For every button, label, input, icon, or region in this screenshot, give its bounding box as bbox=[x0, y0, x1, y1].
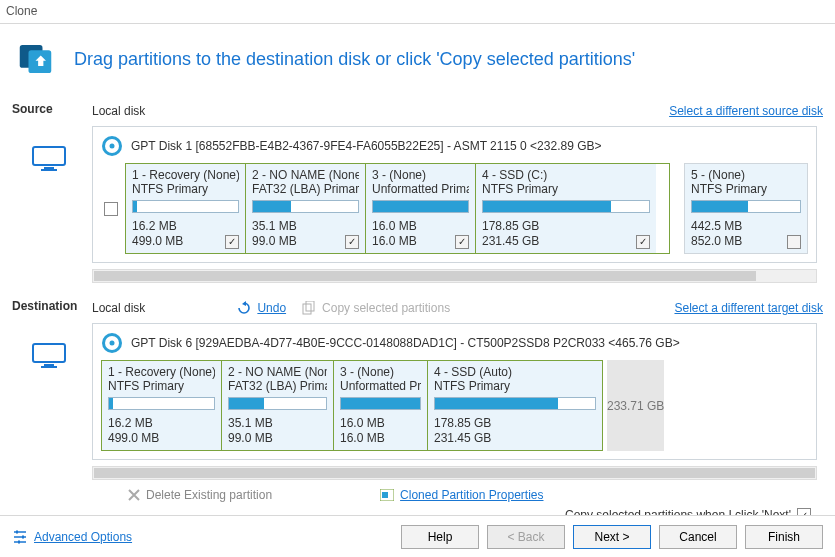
title-bar: Clone bbox=[0, 0, 835, 24]
svg-rect-12 bbox=[41, 366, 57, 368]
usage-bar bbox=[340, 397, 421, 410]
partition-title: 2 - NO NAME (None) bbox=[228, 365, 327, 379]
partition-block[interactable]: 3 - (None) Unformatted Primary 16.0 MB 1… bbox=[334, 361, 428, 450]
select-different-target-link[interactable]: Select a different target disk bbox=[674, 301, 823, 315]
partition-total: 852.0 MB bbox=[691, 234, 742, 249]
partition-type: Unformatted Primary bbox=[372, 182, 469, 196]
copy-selected-action: Copy selected partitions bbox=[302, 301, 450, 315]
destination-location: Local disk bbox=[92, 301, 145, 315]
destination-disk-title: GPT Disk 6 [929AEDBA-4D77-4B0E-9CCC-0148… bbox=[131, 336, 680, 350]
partition-type: FAT32 (LBA) Primary bbox=[228, 379, 327, 393]
svg-rect-11 bbox=[44, 364, 54, 366]
svg-rect-17 bbox=[382, 492, 388, 498]
partition-block[interactable]: 1 - Recovery (None) NTFS Primary 16.2 MB… bbox=[102, 361, 222, 450]
advanced-options-link[interactable]: Advanced Options bbox=[12, 529, 132, 545]
destination-disk-box: GPT Disk 6 [929AEDBA-4D77-4B0E-9CCC-0148… bbox=[92, 323, 817, 460]
undo-icon bbox=[237, 301, 251, 315]
partition-total: 16.0 MB bbox=[372, 234, 417, 249]
partition-type: FAT32 (LBA) Primary bbox=[252, 182, 359, 196]
partition-block[interactable]: 3 - (None) Unformatted Primary 16.0 MB 1… bbox=[366, 164, 476, 253]
usage-bar bbox=[228, 397, 327, 410]
partition-block[interactable]: 2 - NO NAME (None) FAT32 (LBA) Primary 3… bbox=[246, 164, 366, 253]
svg-point-7 bbox=[110, 144, 115, 149]
partition-title: 3 - (None) bbox=[340, 365, 421, 379]
partition-used: 16.0 MB bbox=[372, 219, 417, 234]
header-instruction: Drag partitions to the destination disk … bbox=[74, 49, 635, 70]
partition-type: NTFS Primary bbox=[434, 379, 596, 393]
partition-type: NTFS Primary bbox=[691, 182, 801, 196]
partition-checkbox[interactable]: ✓ bbox=[455, 235, 469, 249]
svg-rect-2 bbox=[33, 147, 65, 165]
delete-existing-action: Delete Existing partition bbox=[128, 488, 272, 502]
partition-total: 231.45 GB bbox=[434, 431, 491, 446]
partition-checkbox[interactable]: ✓ bbox=[636, 235, 650, 249]
partition-title: 5 - (None) bbox=[691, 168, 801, 182]
source-scrollbar[interactable] bbox=[92, 269, 817, 283]
svg-rect-19 bbox=[22, 535, 24, 538]
partition-checkbox[interactable]: ✓ bbox=[225, 235, 239, 249]
partition-type: NTFS Primary bbox=[108, 379, 215, 393]
monitor-icon bbox=[32, 146, 66, 172]
partition-total: 499.0 MB bbox=[108, 431, 159, 446]
svg-rect-18 bbox=[16, 530, 18, 533]
undo-action[interactable]: Undo bbox=[237, 301, 286, 315]
finish-button[interactable]: Finish bbox=[745, 525, 823, 549]
source-location: Local disk bbox=[92, 104, 145, 118]
cloned-properties-action[interactable]: Cloned Partition Properties bbox=[380, 488, 543, 502]
partition-checkbox[interactable] bbox=[787, 235, 801, 249]
source-disk-title: GPT Disk 1 [68552FBB-E4B2-4367-9FE4-FA60… bbox=[131, 139, 602, 153]
select-all-checkbox[interactable] bbox=[104, 202, 118, 216]
partition-title: 4 - SSD (Auto) bbox=[434, 365, 596, 379]
partition-type: NTFS Primary bbox=[132, 182, 239, 196]
disk-icon bbox=[101, 332, 123, 354]
partition-type: NTFS Primary bbox=[482, 182, 650, 196]
partition-title: 4 - SSD (C:) bbox=[482, 168, 650, 182]
partition-block[interactable]: 2 - NO NAME (None) FAT32 (LBA) Primary 3… bbox=[222, 361, 334, 450]
monitor-icon bbox=[32, 343, 66, 369]
destination-scrollbar[interactable] bbox=[92, 466, 817, 480]
partition-used: 178.85 GB bbox=[434, 416, 491, 431]
partition-used: 16.2 MB bbox=[108, 416, 159, 431]
partition-used: 16.0 MB bbox=[340, 416, 385, 431]
cancel-button[interactable]: Cancel bbox=[659, 525, 737, 549]
svg-rect-3 bbox=[44, 167, 54, 169]
partition-title: 3 - (None) bbox=[372, 168, 469, 182]
properties-icon bbox=[380, 489, 394, 501]
svg-rect-8 bbox=[303, 304, 311, 314]
usage-bar bbox=[108, 397, 215, 410]
sliders-icon bbox=[12, 529, 28, 545]
partition-used: 178.85 GB bbox=[482, 219, 539, 234]
partition-used: 35.1 MB bbox=[228, 416, 273, 431]
partition-title: 2 - NO NAME (None) bbox=[252, 168, 359, 182]
partition-used: 442.5 MB bbox=[691, 219, 742, 234]
usage-bar bbox=[482, 200, 650, 213]
svg-rect-4 bbox=[41, 169, 57, 171]
back-button: < Back bbox=[487, 525, 565, 549]
partition-total: 16.0 MB bbox=[340, 431, 385, 446]
source-label: Source bbox=[12, 102, 92, 126]
partition-block[interactable]: 5 - (None) NTFS Primary 442.5 MB 852.0 M… bbox=[685, 164, 807, 253]
select-different-source-link[interactable]: Select a different source disk bbox=[669, 104, 823, 118]
partition-total: 99.0 MB bbox=[228, 431, 273, 446]
partition-block[interactable]: 1 - Recovery (None) NTFS Primary 16.2 MB… bbox=[126, 164, 246, 253]
partition-block[interactable]: 4 - SSD (C:) NTFS Primary 178.85 GB 231.… bbox=[476, 164, 656, 253]
partition-total: 99.0 MB bbox=[252, 234, 297, 249]
partition-used: 35.1 MB bbox=[252, 219, 297, 234]
delete-icon bbox=[128, 489, 140, 501]
destination-partitions-group: 1 - Recovery (None) NTFS Primary 16.2 MB… bbox=[101, 360, 603, 451]
clone-wizard-icon bbox=[18, 38, 60, 80]
usage-bar bbox=[434, 397, 596, 410]
partition-title: 1 - Recovery (None) bbox=[108, 365, 215, 379]
partition-used: 16.2 MB bbox=[132, 219, 183, 234]
free-space-block[interactable]: 233.71 GB bbox=[607, 360, 664, 451]
help-button[interactable]: Help bbox=[401, 525, 479, 549]
source-section: Source Local disk Select a different sou… bbox=[0, 100, 835, 126]
usage-bar bbox=[372, 200, 469, 213]
next-button[interactable]: Next > bbox=[573, 525, 651, 549]
destination-section: Destination Local disk Undo Copy selecte… bbox=[0, 297, 835, 323]
svg-rect-9 bbox=[306, 301, 314, 311]
svg-point-15 bbox=[110, 341, 115, 346]
usage-bar bbox=[691, 200, 801, 213]
partition-block[interactable]: 4 - SSD (Auto) NTFS Primary 178.85 GB 23… bbox=[428, 361, 602, 450]
partition-checkbox[interactable]: ✓ bbox=[345, 235, 359, 249]
